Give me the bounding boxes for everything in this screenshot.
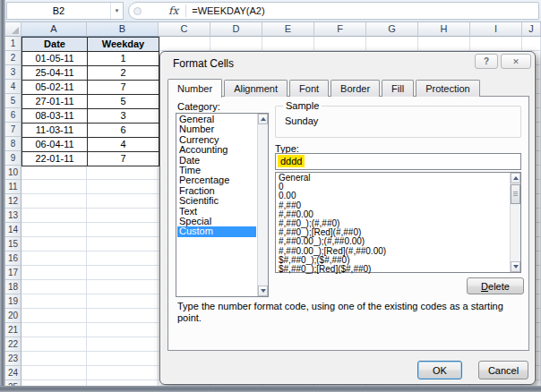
row-header[interactable]: 13 [5, 209, 21, 223]
type-input[interactable]: dddd [275, 153, 521, 170]
name-box-dropdown-icon[interactable]: ▼ [110, 3, 123, 19]
dialog-tab[interactable]: Font [289, 80, 329, 97]
weekday-cell[interactable]: 2 [88, 66, 159, 81]
date-cell[interactable]: 05-02-11 [22, 81, 88, 95]
type-option[interactable]: #,##0 [277, 201, 509, 210]
row-header[interactable]: 2 [5, 51, 21, 65]
ok-button[interactable]: OK [417, 361, 462, 379]
select-all-corner[interactable] [5, 22, 21, 37]
weekday-cell[interactable]: 4 [88, 138, 159, 152]
category-item[interactable]: Date [177, 156, 256, 166]
row-header[interactable]: 20 [5, 309, 21, 323]
dialog-tab[interactable]: Border [331, 80, 380, 97]
column-header[interactable]: E [262, 22, 314, 37]
formula-input[interactable]: =WEEKDAY(A2) [192, 5, 264, 16]
row-header[interactable]: 6 [5, 108, 21, 123]
type-option[interactable]: 0 [277, 183, 509, 192]
row-header[interactable]: 17 [5, 266, 21, 280]
date-cell[interactable]: 01-05-11 [22, 52, 88, 66]
column-header[interactable]: A [21, 22, 87, 37]
date-cell[interactable]: 08-03-11 [22, 109, 88, 124]
column-header[interactable]: I [470, 22, 522, 37]
column-header[interactable]: G [366, 22, 418, 37]
category-item[interactable]: Percentage [177, 175, 256, 185]
type-option[interactable]: #,##0_);[Red](#,##0) [277, 228, 509, 237]
dialog-tab[interactable]: Fill [382, 80, 414, 97]
row-header[interactable]: 4 [5, 80, 21, 94]
category-item[interactable]: Text [177, 207, 256, 217]
category-scrollbar[interactable] [257, 114, 268, 296]
row-header[interactable]: 11 [5, 180, 21, 194]
weekday-cell[interactable]: 7 [88, 81, 159, 95]
category-item[interactable]: Scientific [177, 196, 256, 206]
category-item[interactable]: Time [177, 166, 256, 175]
column-header[interactable]: D [210, 22, 262, 37]
scroll-down-icon[interactable] [511, 261, 520, 272]
dialog-tab[interactable]: Number [167, 79, 222, 98]
row-header[interactable]: 1 [5, 37, 21, 51]
date-cell[interactable]: 06-04-11 [22, 138, 88, 152]
row-header[interactable]: 16 [5, 251, 21, 266]
category-item[interactable]: Currency [177, 135, 256, 145]
scroll-up-icon[interactable] [258, 114, 268, 124]
table-header-cell[interactable]: Date [22, 38, 88, 52]
row-header[interactable]: 9 [5, 151, 21, 166]
row-header[interactable]: 18 [5, 280, 21, 294]
table-header-cell[interactable]: Weekday [88, 38, 159, 52]
type-option[interactable]: 0.00 [277, 192, 509, 200]
column-header[interactable]: J [522, 22, 541, 37]
row-header[interactable]: 5 [5, 94, 21, 108]
weekday-cell[interactable]: 3 [88, 109, 159, 124]
row-header[interactable]: 12 [5, 194, 21, 209]
insert-function-icon[interactable]: fx [168, 4, 178, 17]
column-header[interactable]: B [87, 22, 159, 37]
type-option[interactable]: #,##0_);(#,##0) [277, 219, 509, 228]
scroll-thumb[interactable] [511, 184, 520, 204]
type-option[interactable]: #,##0.00_);(#,##0.00) [277, 237, 509, 246]
row-header[interactable]: 24 [5, 366, 21, 380]
category-item[interactable]: Special [177, 217, 256, 226]
weekday-cell[interactable]: 6 [88, 124, 159, 138]
scroll-down-icon[interactable] [258, 285, 268, 296]
column-header[interactable]: F [314, 22, 366, 37]
row-header[interactable]: 19 [5, 294, 21, 309]
name-box[interactable]: B2 ▼ [6, 2, 124, 20]
date-cell[interactable]: 11-03-11 [22, 124, 88, 138]
category-item[interactable]: Fraction [177, 186, 256, 196]
scroll-up-icon[interactable] [511, 173, 520, 183]
type-option[interactable]: $#,##0_);($#,##0) [277, 256, 509, 265]
row-header[interactable]: 23 [5, 352, 21, 366]
category-item[interactable]: Accounting [177, 145, 256, 155]
type-option[interactable]: #,##0.00 [277, 210, 509, 219]
close-button[interactable]: ✕ [501, 54, 531, 69]
type-option[interactable]: #,##0.00_);[Red](#,##0.00) [277, 247, 509, 256]
date-cell[interactable]: 22-01-11 [22, 152, 88, 166]
row-header[interactable]: 10 [5, 166, 21, 180]
column-header[interactable]: C [159, 22, 210, 37]
column-header[interactable]: H [418, 22, 470, 37]
row-header[interactable]: 21 [5, 323, 21, 337]
category-item[interactable]: Number [177, 124, 256, 134]
category-item[interactable]: Custom [177, 226, 256, 236]
cancel-button[interactable]: Cancel [478, 361, 528, 379]
row-header[interactable]: 7 [5, 123, 21, 137]
dialog-tab[interactable]: Alignment [224, 80, 288, 97]
row-header[interactable]: 22 [5, 337, 21, 352]
weekday-cell[interactable]: 1 [88, 52, 159, 66]
delete-button[interactable]: Delete [467, 277, 524, 294]
weekday-cell[interactable]: 5 [88, 95, 159, 109]
weekday-cell[interactable]: 7 [88, 152, 159, 166]
category-item[interactable]: General [177, 115, 256, 124]
type-option[interactable]: General [277, 174, 509, 183]
help-button[interactable]: ? [475, 54, 498, 69]
row-header[interactable]: 14 [5, 223, 21, 237]
type-scrollbar[interactable] [510, 173, 520, 272]
row-header[interactable]: 3 [5, 65, 21, 80]
type-option[interactable]: $#,##0_);[Red]($#,##0) [277, 265, 509, 274]
column-header-row: ABCDEFGHIJ [5, 22, 541, 37]
dialog-tab[interactable]: Protection [416, 80, 480, 97]
date-cell[interactable]: 27-01-11 [22, 95, 88, 109]
date-cell[interactable]: 25-04-11 [22, 66, 88, 81]
row-header[interactable]: 15 [5, 237, 21, 251]
row-header[interactable]: 8 [5, 137, 21, 151]
